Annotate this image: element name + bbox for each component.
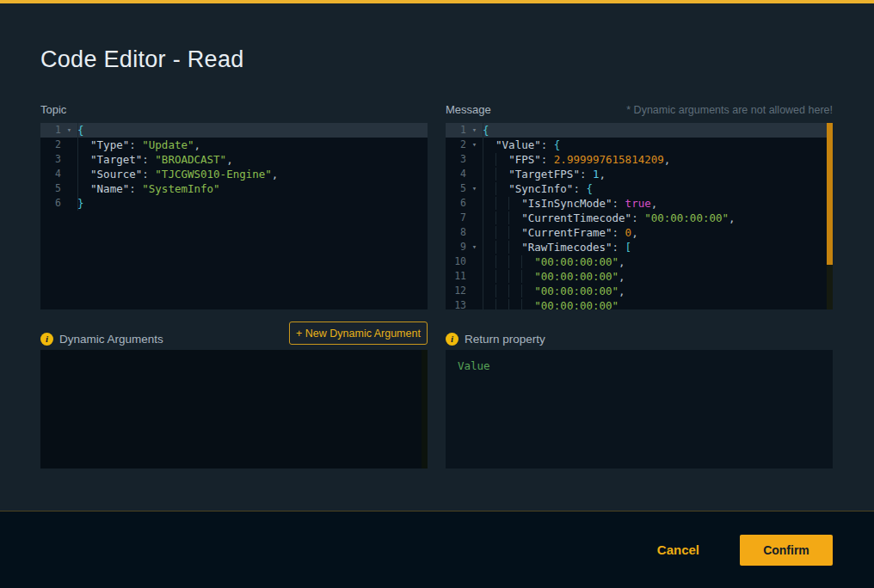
code-text: "00:00:00:00" [483, 298, 833, 309]
code-line[interactable]: 6 "IsInSyncMode": true, [446, 196, 833, 211]
fold-spacer [61, 167, 77, 181]
line-gutter: 8 [446, 225, 483, 240]
line-gutter: 1▾ [40, 123, 77, 138]
line-gutter: 4 [40, 167, 77, 181]
fold-spacer [466, 269, 483, 284]
code-text: "Type": "Update", [77, 138, 428, 152]
line-number: 2 [40, 138, 61, 152]
code-line[interactable]: 5▾ "SyncInfo": { [446, 181, 833, 196]
line-number: 2 [446, 138, 466, 152]
topic-code-editor[interactable]: 1▾{2 "Type": "Update",3 "Target": "BROAD… [40, 123, 428, 309]
dialog-title: Code Editor - Read [40, 46, 244, 73]
fold-toggle-icon[interactable]: ▾ [466, 240, 483, 254]
code-line[interactable]: 2▾ "Value": { [446, 138, 833, 152]
code-line[interactable]: 13 "00:00:00:00" [446, 298, 833, 309]
fold-spacer [466, 152, 483, 167]
line-gutter: 6 [446, 196, 483, 211]
code-line[interactable]: 10 "00:00:00:00", [446, 254, 833, 269]
line-number: 5 [446, 181, 466, 196]
fold-spacer [61, 138, 77, 152]
code-text: "FPS": 2.999997615814209, [483, 152, 833, 167]
code-line[interactable]: 8 "CurrentFrame": 0, [446, 225, 833, 240]
fold-spacer [466, 225, 483, 240]
fold-spacer [466, 254, 483, 269]
code-line[interactable]: 1▾{ [40, 123, 428, 138]
code-line[interactable]: 6} [40, 196, 428, 211]
code-line[interactable]: 3 "Target": "BROADCAST", [40, 152, 428, 167]
code-line[interactable]: 5 "Name": "SystemInfo" [40, 181, 428, 196]
line-gutter: 2 [40, 138, 77, 152]
code-line[interactable]: 4 "Source": "TJCGWS010-Engine", [40, 167, 428, 181]
info-icon: i [40, 333, 53, 346]
line-gutter: 3 [40, 152, 77, 167]
line-number: 5 [40, 181, 61, 196]
code-text: "CurrentTimecode": "00:00:00:00", [483, 211, 833, 225]
line-number: 12 [446, 284, 466, 298]
topic-label: Topic [40, 103, 66, 116]
info-icon: i [446, 333, 459, 346]
line-gutter: 13 [446, 298, 483, 309]
code-line[interactable]: 3 "FPS": 2.999997615814209, [446, 152, 833, 167]
code-text: "00:00:00:00", [483, 254, 833, 269]
line-gutter: 11 [446, 269, 483, 284]
code-line[interactable]: 7 "CurrentTimecode": "00:00:00:00", [446, 211, 833, 225]
fold-spacer [466, 284, 483, 298]
fold-spacer [61, 181, 77, 196]
line-number: 10 [446, 254, 466, 269]
return-property-header: i Return property [446, 331, 545, 346]
fold-spacer [466, 211, 483, 225]
fold-toggle-icon[interactable]: ▾ [466, 123, 483, 138]
line-number: 4 [446, 167, 466, 181]
code-line[interactable]: 2 "Type": "Update", [40, 138, 428, 152]
message-code-editor[interactable]: 1▾{2▾ "Value": {3 "FPS": 2.9999976158142… [446, 123, 833, 309]
code-line[interactable]: 11 "00:00:00:00", [446, 269, 833, 284]
line-gutter: 9▾ [446, 240, 483, 254]
line-gutter: 12 [446, 284, 483, 298]
message-scrollbar-track[interactable] [827, 265, 833, 309]
line-number: 9 [446, 240, 466, 254]
line-number: 13 [446, 298, 466, 309]
code-line[interactable]: 4 "TargetFPS": 1, [446, 167, 833, 181]
code-line[interactable]: 1▾{ [446, 123, 833, 138]
code-text: { [77, 123, 428, 138]
code-text: "TargetFPS": 1, [483, 167, 833, 181]
confirm-button[interactable]: Confirm [740, 535, 833, 566]
line-number: 6 [446, 196, 466, 211]
line-gutter: 6 [40, 196, 77, 211]
code-editor-dialog: Code Editor - Read Topic Message * Dynam… [0, 0, 874, 588]
dialog-footer: Cancel Confirm [0, 511, 874, 588]
return-property-value: Value [446, 350, 833, 382]
code-line[interactable]: 12 "00:00:00:00", [446, 284, 833, 298]
line-gutter: 7 [446, 211, 483, 225]
fold-toggle-icon[interactable]: ▾ [466, 181, 483, 196]
line-number: 1 [40, 123, 61, 138]
code-text: "CurrentFrame": 0, [483, 225, 833, 240]
new-dynamic-argument-button[interactable]: + New Dynamic Argument [289, 322, 428, 345]
code-text: "IsInSyncMode": true, [483, 196, 833, 211]
message-label: Message [446, 103, 491, 116]
cancel-button[interactable]: Cancel [657, 542, 699, 557]
dynamic-arguments-scrollbar[interactable] [422, 350, 428, 469]
fold-toggle-icon[interactable]: ▾ [61, 123, 77, 138]
fold-spacer [466, 298, 483, 309]
return-property-field[interactable]: Value [446, 350, 833, 469]
code-text: "00:00:00:00", [483, 269, 833, 284]
dynamic-args-warning: * Dynamic arguments are not allowed here… [626, 104, 833, 116]
line-number: 11 [446, 269, 466, 284]
dialog-accent-bar [0, 0, 874, 3]
code-text: "Target": "BROADCAST", [77, 152, 428, 167]
line-gutter: 5▾ [446, 181, 483, 196]
code-text: "00:00:00:00", [483, 284, 833, 298]
line-gutter: 10 [446, 254, 483, 269]
message-scrollbar-thumb[interactable] [827, 123, 833, 265]
line-gutter: 4 [446, 167, 483, 181]
dynamic-arguments-label: Dynamic Arguments [59, 333, 163, 346]
fold-spacer [61, 152, 77, 167]
fold-spacer [466, 196, 483, 211]
code-line[interactable]: 9▾ "RawTimecodes": [ [446, 240, 833, 254]
fold-toggle-icon[interactable]: ▾ [466, 138, 483, 152]
line-number: 1 [446, 123, 466, 138]
code-text: "Value": { [483, 138, 833, 152]
code-text: } [77, 196, 428, 211]
code-text: "Name": "SystemInfo" [77, 181, 428, 196]
